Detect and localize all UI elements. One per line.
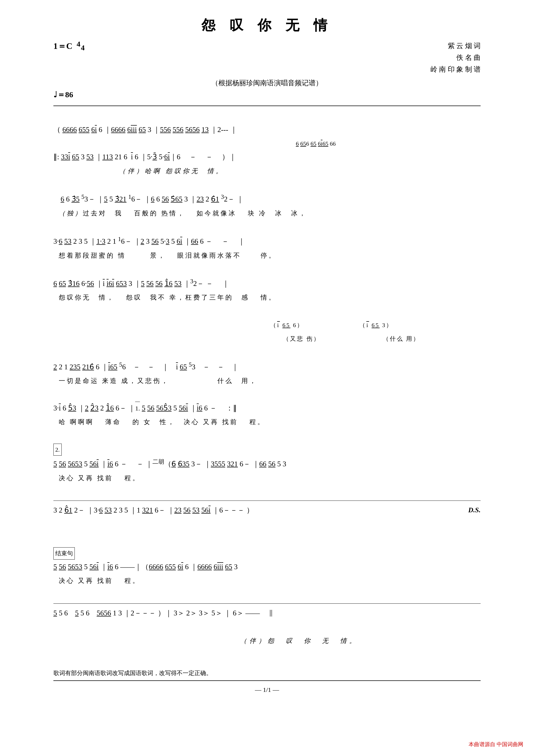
watermark-site: 中国词曲网 xyxy=(496,741,523,747)
subtitle: （根据杨丽珍闽南语演唱音频记谱） xyxy=(53,78,481,88)
bottom-divider xyxy=(53,680,481,681)
song-title: 怨 叹 你 无 情 xyxy=(53,16,481,35)
score-line-4: 3·6 53 2 3 5 ｜1·3 2 1 16－ ｜2 3 56 5·3 5 … xyxy=(53,237,245,245)
score-content: （ 6666 655 6i 6 ｜6666 6iii 65 3 ｜556 556… xyxy=(53,109,481,662)
annot-2: （又悲 伤） （什么 用） xyxy=(53,336,420,342)
watermark: 本曲谱源自 中国词曲网 xyxy=(469,741,523,748)
score-line-3: 6 6 3̂5 53－ ｜5 5 3̂21 16－ ｜6 6 56 5̂65 3… xyxy=(53,195,243,203)
lyric-line-11: （伴）怨 叹 你 无 情。 xyxy=(53,637,358,644)
time-sig: 44 xyxy=(77,40,85,51)
score-line-6: 2 2 1 235 216̂ 6 ｜i65 56 － － ｜ i 65 53 －… xyxy=(53,363,239,371)
meta-right: 紫 云 烟 词 佚 名 曲 岭 南 印 象 制 谱 xyxy=(430,40,481,76)
lyricist: 紫 云 烟 词 xyxy=(430,40,481,52)
lyric-line-6: 一切是命运 来造 成，又悲伤， 什么 用， xyxy=(53,377,257,384)
lyric-line-2: （伴）哈啊 怨叹你无 情。 xyxy=(53,168,224,175)
section-end: 结束句 xyxy=(53,547,75,559)
tempo: ♩＝86 xyxy=(53,89,481,100)
key-time: 1＝C 44 xyxy=(53,40,85,52)
lyric-line-5: 怨叹你无 情， 怨叹 我不 幸，枉费了三年的 感 情。 xyxy=(53,294,277,301)
lyric-line-10: 决心 又再 找前 程。 xyxy=(53,577,140,584)
top-divider xyxy=(53,106,481,106)
footer-note: 歌词有部分闽南语歌词改写成国语歌词，改写得不一定正确。 xyxy=(53,669,481,677)
annot-1: （i 65 6） （i 65 3） xyxy=(53,322,393,328)
score-line-11: 5 5 6 5 5 6 5656 1 3 ｜2－－－ ）｜ 3＞ 2＞ 3＞ 5… xyxy=(53,604,481,620)
score-line-2: ‖: 33i 65 3 53 ｜113 21 6 i 6 ｜5·3̄ 5·6i｜… xyxy=(53,153,236,161)
score-note-1: 6 656 65 6i65 66 xyxy=(53,140,336,147)
lyric-line-4: 想着那段甜蜜的 情 景， 眼泪就像雨水落不 停。 xyxy=(53,252,277,259)
lyric-line-3: （独）过去对 我 百般的 热情， 如今就像冰 块 冷 冰 冰， xyxy=(53,210,307,217)
score-line-5: 6 65 3̂16 6·56 ｜i i6i 653 3 ｜5 56 56 1̂6… xyxy=(53,280,229,287)
score-line-1: （ 6666 655 6i 6 ｜6666 6iii 65 3 ｜556 556… xyxy=(53,125,237,134)
key: 1＝C xyxy=(53,41,72,51)
section-2: 2. xyxy=(53,444,62,456)
lyric-line-8: 决心 又再 找前 程。 xyxy=(53,474,140,481)
composer: 佚 名 曲 xyxy=(430,52,481,64)
score-line-10: 5 56 5653 5 56i ｜i6 6 ——｜（6666 655 6i 6 … xyxy=(53,563,238,571)
arranger: 岭 南 印 象 制 谱 xyxy=(430,64,481,75)
score-line-8: 5 56 5653 5 56i ｜i6 6 － － ｜二胡（6̄ 6̄35 3－… xyxy=(53,460,286,468)
watermark-text: 本曲谱源自 xyxy=(469,741,495,747)
score-line-7: 3·i 6 5̂3 ｜2 2̂3 2 1̂6 6－ ｜1. 5 56 565̂3… xyxy=(53,404,237,412)
score-line-9: 3 2 6̂1 2－ ｜3·6 53 2 3 5 ｜1 321 6－ ｜23 5… xyxy=(53,500,481,517)
lyric-line-7: 哈 啊啊啊 薄命 的 女 性， 决心 又再 找前 程。 xyxy=(53,418,266,425)
page-number: — 1/1 — xyxy=(53,686,481,693)
